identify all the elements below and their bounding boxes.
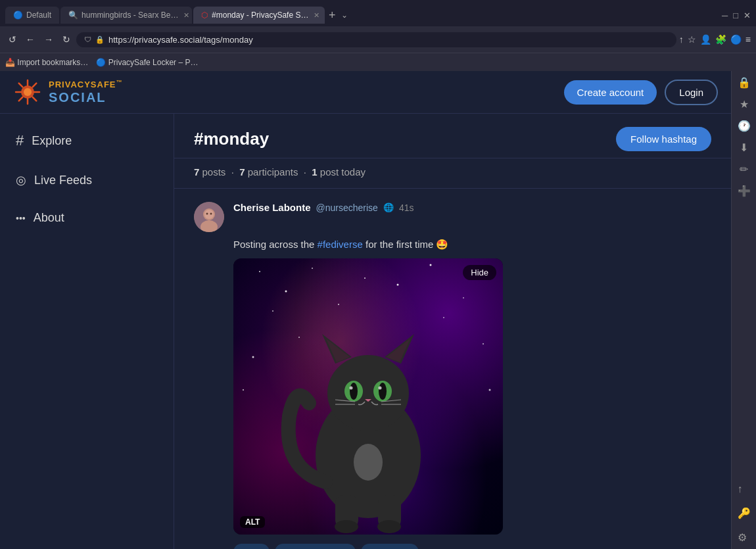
nav-bar: ↺ ← → ↻ 🛡 🔒 https://privacysafe.social/t… [0,26,756,53]
tab-hummingbirds-label: hummingbirds - Searx Be… [82,11,178,20]
profile-avatar-icon[interactable]: 🔵 [730,34,742,45]
svg-point-14 [206,213,208,215]
explore-icon: # [16,132,24,149]
posts-label: posts [202,166,226,178]
address-bar[interactable]: 🛡 🔒 https://privacysafe.social/tags/mond… [76,32,676,47]
participants-label: participants [248,166,298,178]
post-image: Hide ALT [233,258,503,535]
header-actions: Create account Login [564,80,718,105]
sidebar-item-about[interactable]: ••• About [0,199,174,237]
back-button[interactable]: ↺ [5,33,20,46]
address-text: https://privacysafe.social/tags/monday [108,35,669,45]
tag-cats[interactable]: #cats [233,544,270,549]
tab-bar: 🔵 Default 🔍 hummingbirds - Searx Be… ✕ ⬡… [0,0,756,26]
today-label: post today [320,166,366,178]
post-text-before: Posting across the [233,239,318,250]
tab-monday[interactable]: ⬡ #monday - PrivacySafe S… ✕ [193,7,325,24]
minimize-button[interactable]: ─ [722,11,728,20]
hide-button[interactable]: Hide [463,265,496,280]
left-sidebar: # Explore ◎ Live Feeds ••• About [0,114,174,549]
svg-line-9 [19,97,23,101]
nav-forward-button[interactable]: → [41,33,57,46]
post: Cherise Labonte @nursecherise 🌐 41s Post… [174,189,731,549]
tool-lock-icon[interactable]: 🔒 [738,76,751,89]
logo[interactable]: PRIVACYSAFE™ SOCIAL [13,78,123,107]
bookmarks-bar: 📥 Import bookmarks… 🔵 PrivacySafe Locker… [0,53,756,71]
post-meta: Cherise Labonte @nursecherise 🌐 41s [233,202,711,213]
nav-back-button[interactable]: ← [22,33,38,46]
browser-right-sidebar: 🔒 ★ 🕐 ⬇ ✏ ➕ ↑ 🔑 ⚙ [731,71,756,549]
logo-text: PRIVACYSAFE™ SOCIAL [49,79,123,105]
bookmark-import[interactable]: 📥 Import bookmarks… [5,58,88,67]
tab-monday-close[interactable]: ✕ [314,11,319,20]
posts-count: 7 [194,166,199,178]
tab-hummingbirds[interactable]: 🔍 hummingbirds - Searx Be… ✕ [60,7,192,24]
svg-point-16 [259,271,260,272]
tab-overflow-button[interactable]: ⌄ [341,11,348,20]
alt-badge[interactable]: ALT [240,516,265,528]
post-tags: #cats #catsofmastodon #catstodon …and 1 … [233,544,711,549]
nav-actions: ↑ ☆ 👤 🧩 🔵 ≡ [679,34,751,45]
sidebar-item-live-feeds[interactable]: ◎ Live Feeds [0,161,174,199]
post-header: Cherise Labonte @nursecherise 🌐 41s [194,202,711,232]
bookmark-privacysafe-label: 🔵 PrivacySafe Locker – P… [96,58,198,67]
logo-icon [13,78,42,107]
svg-point-53 [377,520,401,533]
svg-point-13 [204,210,214,219]
tool-upload-icon[interactable]: ↑ [738,483,743,494]
menu-icon[interactable]: ≡ [745,34,751,45]
svg-point-31 [489,389,491,391]
new-tab-button[interactable]: + [329,9,336,22]
nav-reload-button[interactable]: ↻ [59,33,74,46]
tool-download-icon[interactable]: ⬇ [740,141,748,154]
tool-history-icon[interactable]: 🕐 [738,120,751,132]
create-account-button[interactable]: Create account [564,80,657,105]
sidebar-item-explore[interactable]: # Explore [0,120,174,161]
logo-sub: SOCIAL [49,90,123,105]
tool-edit-icon[interactable]: ✏ [740,163,748,176]
svg-point-15 [210,213,212,215]
tag-catstodon[interactable]: #catstodon [361,544,419,549]
svg-point-52 [335,520,358,533]
svg-point-18 [312,268,313,269]
svg-point-30 [243,389,244,391]
tag-catsofmastodon[interactable]: #catsofmastodon [275,544,356,549]
sidebar-item-about-label: About [34,211,64,225]
cat-svg [270,285,467,535]
fediverse-link[interactable]: #fediverse [318,239,363,250]
tab-monday-label: #monday - PrivacySafe S… [212,11,308,20]
tool-star-icon[interactable]: ★ [740,98,749,110]
app-header: PRIVACYSAFE™ SOCIAL Create account Login [0,71,731,114]
tool-key-icon[interactable]: 🔑 [738,508,751,519]
svg-point-27 [252,356,254,358]
tab-default[interactable]: 🔵 Default [5,7,59,24]
bookmark-privacysafe[interactable]: 🔵 PrivacySafe Locker – P… [96,58,198,67]
follow-hashtag-button[interactable]: Follow hashtag [616,127,711,151]
main-content: #monday Follow hashtag 7 posts · 7 parti… [174,114,731,549]
bookmark-import-label: 📥 Import bookmarks… [5,58,88,67]
post-author-line: Cherise Labonte @nursecherise 🌐 41s [233,202,711,213]
tool-settings-icon[interactable]: ⚙ [738,532,747,543]
post-text: Posting across the #fediverse for the fi… [233,239,711,251]
svg-line-6 [19,84,23,87]
share-icon[interactable]: ↑ [679,34,684,45]
hashtag-title: #monday [194,129,269,149]
login-button[interactable]: Login [665,80,718,105]
cat-space-background [233,258,503,535]
account-icon[interactable]: 👤 [700,34,711,45]
today-count: 1 [312,166,317,178]
svg-line-7 [33,97,37,101]
maximize-button[interactable]: □ [733,11,738,20]
close-button[interactable]: ✕ [744,11,751,20]
extensions-icon[interactable]: 🧩 [715,34,726,45]
bookmark-star-icon[interactable]: ☆ [688,34,696,45]
author-handle: @nursecherise [316,203,378,213]
svg-point-20 [430,264,432,266]
avatar[interactable] [194,202,224,232]
tab-hummingbirds-close[interactable]: ✕ [183,11,189,20]
participants-count: 7 [239,166,245,178]
logo-trademark: ™ [116,79,123,85]
hashtag-header: #monday Follow hashtag [174,114,731,158]
tool-add-icon[interactable]: ➕ [738,185,751,197]
author-name: Cherise Labonte [233,202,311,213]
